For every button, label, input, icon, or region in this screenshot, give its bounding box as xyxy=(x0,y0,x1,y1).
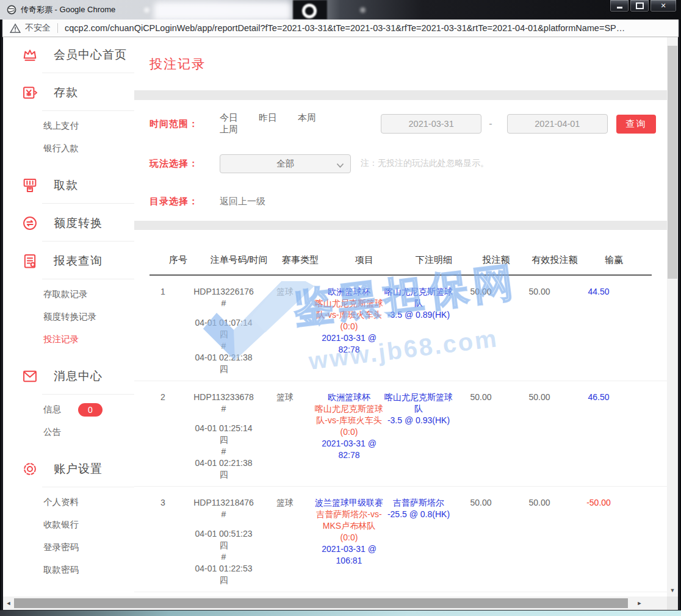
query-button[interactable]: 查询 xyxy=(616,115,656,134)
sidebar-item[interactable]: 额度转换 xyxy=(3,213,134,234)
bet-link-line[interactable]: 2021-03-31 @ 82:78 xyxy=(314,438,384,461)
scrollbar-corner xyxy=(667,596,678,610)
column-header: 序号 xyxy=(150,254,207,266)
sidebar: 会员中心首页存款线上支付银行入款取款额度转换报表查询存取款记录额度转换记录投注记… xyxy=(3,37,134,596)
sidebar-subitem[interactable]: 收款银行 xyxy=(3,514,134,536)
sidebar-divider xyxy=(42,241,134,242)
window-titlebar[interactable]: 传奇彩票 - Google Chrome ✕ xyxy=(0,0,681,20)
gear-icon xyxy=(21,460,38,478)
scroll-down-arrow-icon[interactable]: ▼ xyxy=(667,588,678,593)
sidebar-subitem-label: 存取款记录 xyxy=(43,288,88,300)
sidebar-subitems: 个人资料收款银行登录密码取款密码 xyxy=(3,491,134,581)
window-controls: ✕ xyxy=(610,0,677,12)
sidebar-item[interactable]: 会员中心首页 xyxy=(3,45,134,65)
cell-event: 欧洲篮球杯喀山尤尼克斯篮球队-vs-库班火车头 (0:0)2021-03-31 … xyxy=(314,286,384,375)
sidebar-item[interactable]: 报表查询 xyxy=(3,251,134,271)
bet-link-line[interactable]: 吉普萨斯塔尔 xyxy=(384,497,453,509)
column-header: 下注明细 xyxy=(399,254,469,266)
sidebar-item-label: 存款 xyxy=(54,85,78,101)
time-range-row: 时间范围： 今日昨日本周上周 2021-03-31 - 2021-04-01 查… xyxy=(150,113,656,134)
sidebar-section: 额度转换 xyxy=(3,206,134,243)
sidebar-divider xyxy=(42,73,134,73)
play-type-note: 注：无投注的玩法此处忽略显示。 xyxy=(361,158,489,169)
sidebar-item[interactable]: 存款 xyxy=(3,82,134,103)
cell-bet-detail: 喀山尤尼克斯篮球队-3.5 @ 0.89(HK) xyxy=(384,286,453,375)
background-tab-blur xyxy=(154,2,291,20)
sidebar-subitem[interactable]: 存取款记录 xyxy=(3,283,134,306)
bet-link-line[interactable]: -25.5 @ 0.8(HK) xyxy=(384,509,453,520)
page-viewport: 会员中心首页存款线上支付银行入款取款额度转换报表查询存取款记录额度转换记录投注记… xyxy=(3,37,678,610)
sidebar-subitem-label: 银行入款 xyxy=(43,143,79,154)
not-secure-warning-icon xyxy=(10,23,21,34)
scroll-left-arrow-icon[interactable]: ◄ xyxy=(3,600,14,606)
sidebar-divider xyxy=(42,279,134,279)
sidebar-item-label: 消息中心 xyxy=(54,368,103,384)
browser-window: 传奇彩票 - Google Chrome ✕ 不安全 cqcp2.com/chu… xyxy=(0,0,681,616)
cell-seq: 1 xyxy=(134,286,192,375)
vertical-scrollbar[interactable]: ▼ xyxy=(667,37,678,596)
bet-link-line[interactable]: 欧洲篮球杯 xyxy=(314,286,384,298)
sidebar-subitem[interactable]: 公告 xyxy=(3,421,134,443)
sidebar-item-label: 取款 xyxy=(54,177,78,193)
range-separator: - xyxy=(489,118,492,129)
bet-link-line[interactable]: 喀山尤尼克斯篮球队 xyxy=(384,392,453,415)
cell-seq: 3 xyxy=(134,497,192,586)
minimize-icon xyxy=(617,7,622,9)
bet-link-line[interactable]: 欧洲篮球杯 xyxy=(314,392,384,403)
scroll-right-arrow-icon[interactable]: ► xyxy=(634,600,645,606)
sidebar-subitem-label: 个人资料 xyxy=(43,496,79,508)
bet-link-line[interactable]: -3.5 @ 0.89(HK) xyxy=(384,309,453,321)
bet-link-line[interactable]: 喀山尤尼克斯篮球队 xyxy=(384,286,453,309)
sidebar-item[interactable]: 账户设置 xyxy=(3,459,134,479)
window-title: 传奇彩票 - Google Chrome xyxy=(21,0,115,20)
time-range-label: 时间范围： xyxy=(150,118,220,130)
maximize-button[interactable] xyxy=(630,0,649,12)
close-button[interactable]: ✕ xyxy=(650,0,677,12)
bet-link-line[interactable]: 波兰篮球甲级联赛 xyxy=(314,497,384,509)
bet-link-line[interactable]: 2021-03-31 @ 82:78 xyxy=(314,332,384,356)
minimize-button[interactable] xyxy=(610,0,629,12)
background-blur-dot xyxy=(360,7,366,13)
horizontal-scrollbar-thumb[interactable] xyxy=(14,598,628,608)
date-from-input[interactable]: 2021-03-31 xyxy=(381,114,481,134)
site-favicon-icon xyxy=(7,5,16,15)
quick-range-link[interactable]: 本周 xyxy=(298,112,316,124)
sidebar-subitems: 存取款记录额度转换记录投注记录 xyxy=(3,283,134,351)
play-type-select[interactable]: 全部 xyxy=(220,154,351,173)
quick-range-link[interactable]: 昨日 xyxy=(259,112,277,124)
sidebar-subitem[interactable]: 线上支付 xyxy=(3,115,134,137)
column-header: 输赢 xyxy=(586,254,642,266)
url-bar[interactable]: 不安全 cqcp2.com/chuanQiCPLoginWeb/app/repo… xyxy=(2,20,679,37)
horizontal-scrollbar[interactable]: ◄ ► xyxy=(3,596,667,610)
sidebar-subitem[interactable]: 信息0 xyxy=(3,398,134,421)
sidebar-subitem[interactable]: 登录密码 xyxy=(3,536,134,559)
sidebar-section: 报表查询存取款记录额度转换记录投注记录 xyxy=(3,243,134,359)
close-icon: ✕ xyxy=(660,2,666,9)
sidebar-item[interactable]: 消息中心 xyxy=(3,366,134,387)
bet-link-line[interactable]: 2021-03-31 @ 106:81 xyxy=(314,543,384,567)
sidebar-subitem[interactable]: 银行入款 xyxy=(3,137,134,160)
column-header: 投注额 xyxy=(469,254,524,266)
page-url: cqcp2.com/chuanQiCPLoginWeb/app/reportDe… xyxy=(65,23,625,33)
cell-seq: 2 xyxy=(134,392,192,481)
back-up-level-link[interactable]: 返回上一级 xyxy=(220,196,265,207)
background-blur-dot xyxy=(144,7,150,13)
cell-order-number-time: HDP113218476#04-01 00:51:23 四#04-01 01:2… xyxy=(192,497,256,586)
sidebar-item[interactable]: 取款 xyxy=(3,175,134,196)
sidebar-subitem[interactable]: 个人资料 xyxy=(3,491,134,514)
sidebar-subitem[interactable]: 额度转换记录 xyxy=(3,306,134,328)
bet-link-line[interactable]: -3.5 @ 0.93(HK) xyxy=(384,415,453,426)
play-type-label: 玩法选择： xyxy=(150,158,220,170)
sidebar-item-label: 报表查询 xyxy=(54,253,103,269)
bet-link-line: 喀山尤尼克斯篮球队-vs-库班火车头 (0:0) xyxy=(314,403,384,438)
sidebar-subitem-label: 取款密码 xyxy=(43,564,79,576)
background-circle-icon xyxy=(302,4,317,18)
date-to-input[interactable]: 2021-04-01 xyxy=(507,114,608,134)
sidebar-subitem[interactable]: 取款密码 xyxy=(3,559,134,581)
quick-range-link[interactable]: 上周 xyxy=(220,124,238,135)
vertical-scrollbar-thumb[interactable] xyxy=(668,46,677,279)
sidebar-subitems: 信息0公告 xyxy=(3,398,134,443)
quick-range-link[interactable]: 今日 xyxy=(220,112,238,124)
sidebar-subitem[interactable]: 投注记录 xyxy=(3,328,134,351)
url-separator xyxy=(57,23,58,33)
